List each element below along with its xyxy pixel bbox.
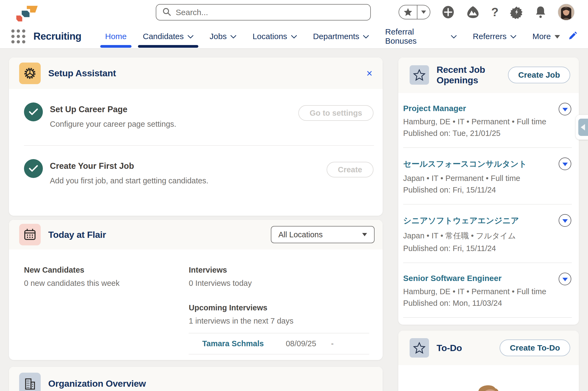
interview-time: - (331, 339, 334, 348)
todo-body: flair (398, 365, 579, 391)
setup-assistant-header: Setup Assistant × (9, 57, 383, 89)
create-todo-button[interactable]: Create To-Do (500, 339, 570, 356)
setup-gear-icon (510, 5, 523, 19)
triangle-down-icon (562, 163, 568, 166)
building-icon (19, 373, 41, 391)
page-content: Setup Assistant × Set Up Career Page Con… (0, 49, 588, 391)
avatar-photo (558, 4, 574, 20)
tab-referral-bonuses[interactable]: Referral Bonuses (377, 24, 465, 48)
organization-header: Organization Overview (9, 367, 383, 391)
job-meta: Japan • IT • Permanent • Full time (403, 174, 555, 183)
job-title-link[interactable]: シニアソフトウェアエンジニア (403, 216, 519, 225)
setup-assistant-icon (19, 63, 41, 84)
edit-nav-button[interactable] (568, 31, 577, 41)
favorites-control (399, 5, 430, 19)
recent-jobs-card: Recent Job Openings Create Job Project M… (398, 57, 579, 325)
global-search (156, 4, 371, 20)
step-title: Create Your First Job (50, 161, 208, 171)
candidate-link[interactable]: Tamara Schmals (202, 339, 286, 348)
recent-jobs-header: Recent Job Openings Create Job (398, 57, 579, 93)
job-published: Published on: Tue, 21/01/25 (403, 129, 555, 138)
organization-title: Organization Overview (48, 378, 146, 389)
app-title: Recruiting (33, 31, 81, 42)
check-circle-icon (24, 102, 43, 121)
search-input[interactable] (176, 8, 364, 17)
create-button[interactable] (442, 6, 455, 19)
search-icon (162, 7, 171, 18)
notifications-button[interactable] (535, 5, 547, 19)
favorites-caret-button[interactable] (417, 5, 430, 19)
help-button[interactable]: ? (491, 5, 499, 19)
app-launcher-icon[interactable] (11, 29, 25, 43)
job-title-link[interactable]: Project Manager (403, 104, 466, 113)
more-caret-icon (555, 35, 560, 39)
pencil-icon (568, 31, 577, 40)
trailhead-button[interactable] (466, 6, 480, 19)
app-navigation: Recruiting Home Candidates Jobs Location… (0, 24, 588, 49)
setup-button[interactable] (510, 5, 523, 19)
tab-jobs[interactable]: Jobs (202, 24, 244, 48)
job-published: Published on: Fri, 15/11/24 (403, 244, 555, 253)
chevron-down-icon (363, 35, 369, 39)
job-item: セールスフォースコンサルタント Japan • IT • Permanent •… (403, 148, 572, 204)
interview-date: 08/09/25 (286, 339, 331, 348)
setup-step-first-job: Create Your First Job Add you first job,… (9, 146, 383, 202)
tab-departments[interactable]: Departments (305, 24, 377, 48)
organization-overview-card: Organization Overview (9, 367, 383, 391)
upcoming-interviews: Upcoming Interviews 1 interviews in the … (189, 303, 375, 325)
job-title-link[interactable]: セールスフォースコンサルタント (403, 159, 527, 168)
tab-home[interactable]: Home (97, 24, 135, 48)
stat-label: New Candidates (24, 266, 189, 275)
trailhead-icon (466, 6, 480, 19)
job-published: Published on: Mon, 11/03/24 (403, 299, 555, 308)
tab-more[interactable]: More (524, 24, 568, 48)
tab-locations[interactable]: Locations (244, 24, 305, 48)
job-meta: Hamburg, DE • IT • Permanent • Full time (403, 287, 555, 296)
go-to-settings-button[interactable]: Go to settings (298, 105, 373, 121)
job-actions-dropdown[interactable] (559, 214, 571, 227)
step-title: Set Up Career Page (50, 105, 176, 114)
todo-illustration: flair (413, 375, 564, 391)
collapse-panel-icon (578, 119, 588, 136)
setup-assistant-title: Setup Assistant (48, 68, 116, 78)
create-job-step-button[interactable]: Create (327, 162, 373, 177)
interview-row: Tamara Schmals 08/09/25 - (189, 333, 369, 354)
global-header: ? (0, 0, 588, 24)
today-title: Today at Flair (48, 229, 106, 240)
chevron-down-icon (451, 35, 457, 39)
job-item: Project Manager Hamburg, DE • IT • Perma… (403, 93, 572, 148)
today-header: Today at Flair All Locations (9, 220, 383, 249)
triangle-down-icon (562, 108, 568, 111)
todo-title: To-Do (437, 343, 462, 353)
collapse-panel-button[interactable] (576, 115, 588, 140)
help-icon: ? (491, 5, 499, 19)
user-avatar[interactable] (558, 4, 575, 20)
calendar-icon (19, 224, 41, 245)
today-at-flair-card: Today at Flair All Locations New Candida… (9, 220, 383, 360)
triangle-down-icon (562, 219, 568, 223)
chevron-down-icon (230, 35, 236, 39)
favorites-caret-icon (421, 11, 426, 14)
job-actions-dropdown[interactable] (559, 103, 571, 115)
tab-referrers[interactable]: Referrers (465, 24, 524, 48)
chevron-down-icon (362, 233, 367, 236)
job-item: シニアソフトウェアエンジニア Japan • IT • 常任職 • フルタイム … (403, 204, 572, 263)
job-actions-dropdown[interactable] (559, 157, 571, 170)
close-icon[interactable]: × (366, 68, 372, 78)
location-filter-dropdown[interactable]: All Locations (271, 226, 375, 243)
main-column: Setup Assistant × Set Up Career Page Con… (9, 57, 383, 391)
star-icon (410, 65, 429, 85)
job-meta: Japan • IT • 常任職 • フルタイム (403, 231, 555, 241)
triangle-down-icon (562, 278, 568, 281)
stat-value: 0 Interviews today (189, 279, 375, 288)
job-meta: Hamburg, DE • IT • Permanent • Full time (403, 117, 555, 126)
favorites-button[interactable] (399, 5, 417, 19)
todo-header: To-Do Create To-Do (398, 331, 579, 365)
step-description: Add you first job, and start getting can… (50, 176, 208, 185)
job-actions-dropdown[interactable] (559, 273, 571, 285)
nav-tabs: Home Candidates Jobs Locations Departmen… (97, 24, 588, 48)
tab-candidates[interactable]: Candidates (135, 24, 202, 48)
job-title-link[interactable]: Senior Software Engineer (403, 274, 501, 283)
stat-label: Interviews (189, 266, 375, 275)
create-job-button[interactable]: Create Job (508, 67, 570, 83)
